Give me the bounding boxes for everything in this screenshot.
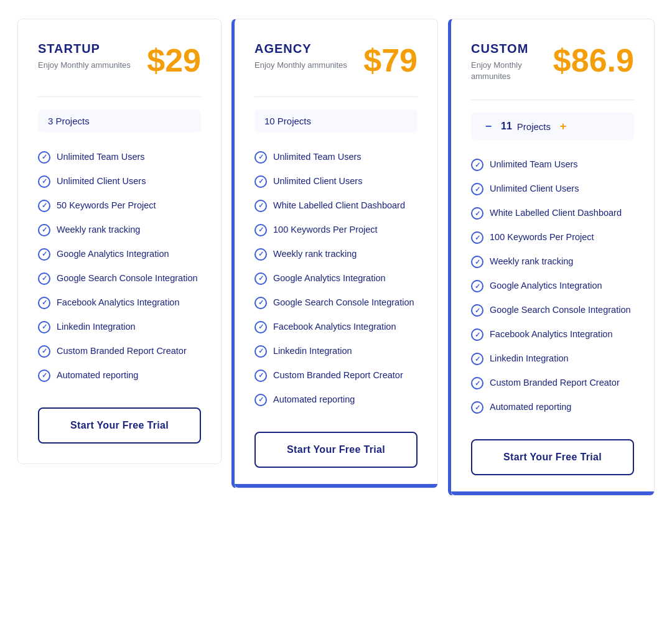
pricing-container: STARTUPEnjoy Monthly ammunites$293 Proje… bbox=[12, 19, 660, 496]
feature-item: Google Search Console Integration bbox=[471, 298, 634, 322]
check-icon bbox=[254, 151, 267, 164]
feature-text: 50 Keywords Per Project bbox=[57, 199, 156, 212]
feature-item: Google Analytics Integration bbox=[471, 274, 634, 298]
feature-item: 100 Keywords Per Project bbox=[254, 218, 418, 242]
feature-item: Unlimited Client Users bbox=[471, 177, 634, 201]
check-icon bbox=[471, 328, 483, 341]
plan-card-custom: CUSTOMEnjoy Monthly ammunites$86.9−11Pro… bbox=[448, 19, 655, 496]
check-icon bbox=[471, 280, 483, 292]
feature-text: Facebook Analytics Integration bbox=[273, 320, 396, 333]
feature-text: Google Analytics Integration bbox=[490, 279, 602, 292]
feature-item: Linkedin Integration bbox=[471, 346, 634, 371]
feature-text: White Labelled Client Dashboard bbox=[490, 207, 622, 219]
check-icon bbox=[38, 297, 50, 309]
plan-name-agency: AGENCY bbox=[254, 42, 352, 56]
feature-item: Weekly rank tracking bbox=[38, 218, 201, 242]
feature-item: Google Analytics Integration bbox=[254, 266, 418, 291]
check-icon bbox=[254, 200, 267, 212]
feature-text: Automated reporting bbox=[57, 369, 138, 381]
feature-item: Facebook Analytics Integration bbox=[471, 322, 634, 346]
check-icon bbox=[471, 353, 483, 365]
divider bbox=[471, 100, 634, 100]
check-icon bbox=[38, 321, 50, 333]
feature-item: Automated reporting bbox=[254, 388, 418, 412]
feature-text: Unlimited Client Users bbox=[57, 175, 146, 187]
projects-row-custom: −11Projects+ bbox=[471, 113, 634, 140]
feature-text: Automated reporting bbox=[273, 393, 355, 406]
feature-text: Google Search Console Integration bbox=[273, 296, 414, 309]
plan-header-startup: STARTUPEnjoy Monthly ammunites$29 bbox=[38, 42, 201, 79]
projects-count: 11 bbox=[501, 121, 512, 132]
projects-label: Projects bbox=[517, 121, 551, 132]
feature-item: Weekly rank tracking bbox=[471, 249, 634, 274]
feature-list-custom: Unlimited Team UsersUnlimited Client Use… bbox=[471, 152, 634, 419]
plan-header-custom: CUSTOMEnjoy Monthly ammunites$86.9 bbox=[471, 42, 634, 82]
feature-item: Unlimited Team Users bbox=[38, 145, 201, 169]
check-icon bbox=[38, 200, 50, 212]
feature-text: Unlimited Team Users bbox=[490, 158, 578, 170]
check-icon bbox=[254, 272, 267, 285]
feature-text: Custom Branded Report Creator bbox=[490, 376, 620, 389]
feature-list-startup: Unlimited Team UsersUnlimited Client Use… bbox=[38, 145, 201, 388]
check-icon bbox=[254, 321, 267, 333]
plan-name-custom: CUSTOM bbox=[471, 42, 542, 56]
feature-item: Unlimited Client Users bbox=[38, 169, 201, 193]
feature-text: Weekly rank tracking bbox=[490, 255, 573, 267]
feature-item: Google Analytics Integration bbox=[38, 242, 201, 266]
check-icon bbox=[38, 248, 50, 261]
feature-list-agency: Unlimited Team UsersUnlimited Client Use… bbox=[254, 145, 418, 412]
cta-button-custom[interactable]: Start Your Free Trial bbox=[471, 439, 634, 475]
divider bbox=[38, 96, 201, 97]
feature-item: White Labelled Client Dashboard bbox=[254, 193, 418, 218]
feature-text: Automated reporting bbox=[490, 401, 571, 413]
feature-text: Linkedin Integration bbox=[57, 320, 136, 333]
feature-text: Facebook Analytics Integration bbox=[57, 296, 179, 309]
check-icon bbox=[254, 175, 267, 188]
feature-text: Weekly rank tracking bbox=[273, 248, 357, 260]
feature-text: 100 Keywords Per Project bbox=[490, 231, 594, 243]
cta-button-startup[interactable]: Start Your Free Trial bbox=[38, 407, 201, 444]
check-icon bbox=[38, 370, 50, 382]
feature-item: Automated reporting bbox=[471, 395, 634, 419]
feature-text: 100 Keywords Per Project bbox=[273, 223, 378, 236]
check-icon bbox=[38, 175, 50, 188]
feature-item: Google Search Console Integration bbox=[254, 291, 418, 315]
feature-item: Custom Branded Report Creator bbox=[254, 363, 418, 388]
feature-item: Facebook Analytics Integration bbox=[254, 315, 418, 339]
feature-item: Unlimited Team Users bbox=[471, 152, 634, 177]
feature-item: Custom Branded Report Creator bbox=[38, 339, 201, 363]
check-icon bbox=[471, 183, 483, 195]
plan-card-agency: AGENCYEnjoy Monthly ammunites$7910 Proje… bbox=[231, 19, 438, 488]
feature-item: Custom Branded Report Creator bbox=[471, 371, 634, 395]
feature-text: White Labelled Client Dashboard bbox=[273, 199, 405, 212]
check-icon bbox=[254, 370, 267, 382]
check-icon bbox=[254, 297, 267, 309]
plan-header-agency: AGENCYEnjoy Monthly ammunites$79 bbox=[254, 42, 418, 79]
check-icon bbox=[38, 345, 50, 358]
check-icon bbox=[471, 401, 483, 414]
check-icon bbox=[471, 159, 483, 171]
feature-text: Facebook Analytics Integration bbox=[490, 328, 612, 340]
plus-projects-button[interactable]: + bbox=[556, 119, 571, 134]
check-icon bbox=[471, 207, 483, 220]
feature-text: Weekly rank tracking bbox=[57, 223, 140, 236]
projects-row-agency: 10 Projects bbox=[254, 109, 418, 133]
feature-text: Custom Branded Report Creator bbox=[57, 345, 187, 357]
feature-text: Google Search Console Integration bbox=[490, 304, 631, 316]
plan-tagline-custom: Enjoy Monthly ammunites bbox=[471, 60, 542, 82]
feature-item: Facebook Analytics Integration bbox=[38, 291, 201, 315]
plan-price-custom: $86.9 bbox=[553, 42, 634, 79]
feature-item: 100 Keywords Per Project bbox=[471, 225, 634, 249]
feature-text: Google Analytics Integration bbox=[57, 248, 169, 260]
feature-text: Linkedin Integration bbox=[273, 345, 352, 357]
plan-card-startup: STARTUPEnjoy Monthly ammunites$293 Proje… bbox=[17, 19, 222, 464]
cta-button-agency[interactable]: Start Your Free Trial bbox=[254, 432, 418, 468]
feature-text: Custom Branded Report Creator bbox=[273, 369, 403, 381]
minus-projects-button[interactable]: − bbox=[481, 119, 496, 134]
plan-tagline-agency: Enjoy Monthly ammunites bbox=[254, 60, 352, 71]
feature-item: Automated reporting bbox=[38, 363, 201, 388]
feature-item: 50 Keywords Per Project bbox=[38, 193, 201, 218]
feature-item: Weekly rank tracking bbox=[254, 242, 418, 266]
feature-text: Unlimited Client Users bbox=[273, 175, 362, 187]
feature-text: Linkedin Integration bbox=[490, 352, 569, 365]
